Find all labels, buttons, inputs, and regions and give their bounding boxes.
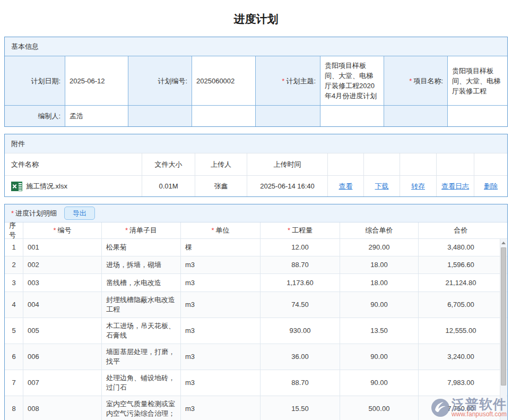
code: 003	[23, 274, 101, 292]
item: 处理边角、铺设地砖，过门石	[102, 370, 180, 396]
unit: m3	[181, 292, 260, 318]
col-quantity: *工程量	[261, 222, 340, 238]
quantity: 88.70	[261, 370, 340, 396]
code: 007	[23, 370, 101, 396]
detail-section-title: 进度计划明细	[15, 209, 57, 217]
unit: m3	[181, 318, 260, 344]
plan-subject-label: *计划主题:	[256, 56, 320, 105]
col-unit-price: 综合单价	[340, 222, 418, 238]
uploader: 张鑫	[195, 176, 247, 196]
unit-price: 500.00	[340, 396, 418, 420]
code: 004	[23, 292, 101, 318]
unit: m3	[181, 396, 260, 420]
code: 002	[23, 256, 101, 273]
col-code: *编号	[23, 222, 101, 238]
empty-label-cell	[128, 106, 192, 126]
detail-table-scrollbar[interactable]	[500, 239, 507, 420]
file-name: 施工情况.xlsx	[26, 182, 67, 191]
col-file-name: 文件名称	[5, 153, 142, 175]
basic-info-section-title: 基本信息	[5, 37, 507, 56]
unit-price: 13.50	[340, 318, 418, 344]
required-asterisk: *	[288, 226, 290, 234]
total: 6,705.00	[419, 292, 507, 318]
download-link[interactable]: 下载	[375, 182, 389, 191]
item: 松果菊	[102, 239, 180, 256]
col-action-empty	[364, 153, 400, 175]
col-action-empty	[328, 153, 363, 175]
seq: 8	[5, 396, 23, 420]
empty-value-cell	[320, 106, 384, 126]
attachment-row-file: 施工情况.xlsx	[5, 176, 142, 196]
seq: 7	[5, 370, 23, 396]
unit: m3	[181, 344, 260, 370]
detail-section-header: *进度计划明细 导出	[5, 204, 507, 222]
required-asterisk: *	[11, 209, 14, 217]
col-total: 合价	[419, 222, 507, 238]
detail-table: 序号 *编号 *清单子目 *单位 *工程量 综合单价 合价 1 001 松果菊 …	[5, 222, 507, 420]
attachments-table: 文件名称 文件大小 上传人 上传时间 施工情况.xlsx 0.01M 张鑫 20…	[5, 153, 507, 196]
total: 7,750.00	[419, 396, 507, 420]
author-label: 编制人:	[5, 106, 65, 126]
empty-label-cell	[256, 106, 320, 126]
delete-link[interactable]: 删除	[484, 182, 498, 191]
required-asterisk: *	[125, 226, 128, 234]
basic-info-table: 计划日期: 2025-06-12 计划编号: 2025060002 *计划主题:…	[5, 56, 507, 126]
col-action-empty	[474, 153, 507, 175]
export-button[interactable]: 导出	[64, 207, 95, 220]
plan-number-value: 2025060002	[192, 56, 255, 105]
unit-price: 18.00	[340, 274, 418, 292]
view-link[interactable]: 查看	[339, 182, 353, 191]
empty-value-cell	[448, 106, 507, 126]
item: 凿线槽，水电改造	[102, 274, 180, 292]
quantity: 15.50	[261, 396, 340, 420]
unit: m3	[181, 274, 260, 292]
attachments-section: 附件 文件名称 文件大小 上传人 上传时间 施工情况.xlsx 0.01M 张鑫…	[4, 134, 508, 197]
empty-label-cell	[384, 106, 447, 126]
upload-time: 2025-06-14 16:40	[247, 176, 327, 196]
seq: 5	[5, 318, 23, 344]
detail-section: *进度计划明细 导出 序号 *编号 *清单子目 *单位 *工程量 综合单价 合价…	[4, 204, 508, 420]
project-name-label: *项目名称:	[384, 56, 447, 105]
total: 7,983.00	[419, 370, 507, 396]
page-title: 进度计划	[0, 0, 512, 37]
item: 封埋线槽隐蔽水电改造工程	[102, 292, 180, 318]
code: 005	[23, 318, 101, 344]
quantity: 36.00	[261, 344, 340, 370]
total: 21,124.80	[419, 274, 507, 292]
scrollbar-thumb[interactable]	[501, 247, 506, 385]
col-file-size: 文件大小	[142, 153, 195, 175]
quantity: 930.00	[261, 318, 340, 344]
total: 3,240.00	[419, 344, 507, 370]
code: 006	[23, 344, 101, 370]
unit-price: 290.00	[340, 239, 418, 256]
plan-date-label: 计划日期:	[5, 56, 65, 105]
unit-price: 90.00	[340, 292, 418, 318]
col-action-empty	[400, 153, 436, 175]
project-name-value: 贵阳项目样板间、大堂、电梯厅装修工程	[448, 56, 507, 105]
attachments-section-title: 附件	[5, 134, 507, 153]
total: 12,555.00	[419, 318, 507, 344]
item: 木工进场，吊天花板、石膏线	[102, 318, 180, 344]
unit-price: 18.00	[340, 256, 418, 273]
file-size: 0.01M	[142, 176, 195, 196]
unit: m3	[181, 370, 260, 396]
excel-icon	[11, 182, 22, 191]
col-item: *清单子目	[102, 222, 180, 238]
code: 001	[23, 239, 101, 256]
unit: m3	[181, 256, 260, 273]
col-unit: *单位	[181, 222, 260, 238]
unit-price: 90.00	[340, 370, 418, 396]
scroll-up-button[interactable]	[500, 239, 507, 246]
plan-number-label: 计划编号:	[128, 56, 192, 105]
view-log-link[interactable]: 查看日志	[441, 182, 469, 191]
quantity: 1,173.60	[261, 274, 340, 292]
col-upload-time: 上传时间	[247, 153, 327, 175]
quantity: 74.50	[261, 292, 340, 318]
quantity: 12.00	[261, 239, 340, 256]
required-asterisk: *	[282, 77, 284, 85]
save-as-link[interactable]: 转存	[411, 182, 425, 191]
total: 1,596.60	[419, 256, 507, 273]
seq: 3	[5, 274, 23, 292]
seq: 6	[5, 344, 23, 370]
required-asterisk: *	[211, 226, 214, 234]
